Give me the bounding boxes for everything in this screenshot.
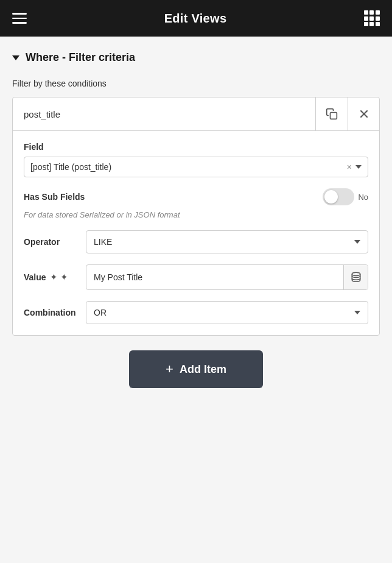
filter-field-name: post_title (13, 99, 315, 129)
operator-label: Operator (24, 237, 79, 247)
filter-card-header: post_title (13, 97, 379, 131)
operator-row: Operator LIKE (24, 230, 368, 253)
hamburger-menu-icon[interactable] (12, 13, 27, 24)
toggle-value-text: No (358, 193, 368, 202)
filter-card-body: Field [post] Title (post_title) × Has Su… (13, 131, 379, 335)
add-item-button-container: + Add Item (12, 350, 380, 388)
app-header: Edit Views (0, 0, 392, 37)
combination-row: Combination OR (24, 301, 368, 324)
main-content: Where - Filter criteria Filter by these … (0, 37, 392, 403)
copy-filter-button[interactable] (316, 97, 348, 130)
value-input[interactable] (86, 266, 343, 288)
section-title: Where - Filter criteria (26, 51, 135, 64)
combination-select[interactable]: OR (86, 301, 368, 324)
svg-point-3 (352, 272, 360, 275)
add-item-label: Add Item (180, 363, 226, 376)
operator-select-value: LIKE (94, 237, 354, 247)
value-label: Value (24, 272, 46, 282)
field-select[interactable]: [post] Title (post_title) × (24, 157, 368, 177)
field-row: Field [post] Title (post_title) × (24, 142, 368, 177)
card-actions (315, 97, 379, 130)
page-title: Edit Views (164, 12, 227, 26)
operator-select-arrow-icon (354, 240, 360, 244)
value-label-group: Value ✦ ✦ (24, 272, 79, 283)
field-label: Field (24, 142, 368, 152)
combination-label: Combination (24, 308, 79, 317)
filter-conditions-label: Filter by these conditions (12, 79, 380, 88)
operator-select[interactable]: LIKE (86, 230, 368, 253)
collapse-chevron-icon[interactable] (12, 55, 19, 60)
subfield-note: For data stored Serialized or in JSON fo… (24, 210, 368, 219)
field-select-value: [post] Title (post_title) (30, 162, 347, 172)
svg-rect-0 (331, 113, 337, 119)
has-sub-fields-label: Has Sub Fields (24, 192, 85, 202)
field-clear-icon[interactable]: × (347, 162, 352, 172)
section-header: Where - Filter criteria (12, 51, 380, 64)
has-sub-fields-toggle[interactable]: No (323, 188, 368, 205)
combination-select-arrow-icon (354, 311, 360, 314)
remove-filter-button[interactable] (348, 97, 379, 130)
toggle-knob (324, 190, 338, 204)
add-item-plus-icon: + (166, 361, 173, 377)
add-item-button[interactable]: + Add Item (129, 350, 263, 388)
filter-card: post_title Fiel (12, 97, 380, 336)
combination-select-value: OR (94, 308, 354, 317)
grid-apps-icon[interactable] (364, 10, 380, 26)
sparkle-icon[interactable]: ✦ ✦ (50, 272, 68, 283)
has-sub-fields-row: Has Sub Fields No (24, 188, 368, 205)
toggle-switch[interactable] (323, 188, 354, 205)
value-input-group (86, 264, 368, 290)
field-select-arrow-icon (355, 165, 362, 169)
value-row: Value ✦ ✦ (24, 264, 368, 290)
dynamic-value-button[interactable] (343, 265, 368, 289)
